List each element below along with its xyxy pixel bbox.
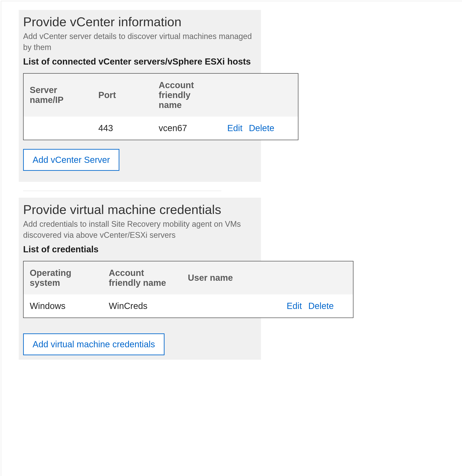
vm-credentials-section: Provide virtual machine credentials Add … xyxy=(19,198,261,360)
cell-account: WinCreds xyxy=(103,294,182,318)
vm-credentials-list-label: List of credentials xyxy=(23,244,256,254)
col-port: Port xyxy=(92,74,153,117)
table-row: 443 vcen67 Edit Delete xyxy=(24,117,298,140)
vm-credentials-section-title: Provide virtual machine credentials xyxy=(23,202,256,217)
col-account-friendly-name: Account friendly name xyxy=(103,261,182,294)
delete-link[interactable]: Delete xyxy=(249,123,274,133)
vcenter-section-title: Provide vCenter information xyxy=(23,14,256,29)
edit-link[interactable]: Edit xyxy=(227,123,242,133)
col-actions xyxy=(280,261,353,294)
cell-os: Windows xyxy=(24,294,103,318)
credentials-table: Operating system Account friendly name U… xyxy=(23,261,354,318)
cell-server-name xyxy=(24,117,92,140)
vcenter-table: Server name/IP Port Account friendly nam… xyxy=(23,73,298,140)
vcenter-section: Provide vCenter information Add vCenter … xyxy=(19,10,261,182)
col-user-name: User name xyxy=(182,261,280,294)
add-vm-credentials-button[interactable]: Add virtual machine credentials xyxy=(23,333,165,355)
cell-port: 443 xyxy=(92,117,153,140)
cell-account: vcen67 xyxy=(153,117,221,140)
edit-link[interactable]: Edit xyxy=(287,301,302,311)
cell-user xyxy=(182,294,280,318)
add-vcenter-server-button[interactable]: Add vCenter Server xyxy=(23,149,119,171)
table-header-row: Operating system Account friendly name U… xyxy=(24,261,353,294)
col-server-name: Server name/IP xyxy=(24,74,92,117)
config-dialog-frame: Provide vCenter information Add vCenter … xyxy=(1,1,462,476)
section-divider xyxy=(23,191,221,191)
delete-link[interactable]: Delete xyxy=(308,301,334,311)
vm-credentials-section-subtitle: Add credentials to install Site Recovery… xyxy=(23,219,256,241)
col-account-friendly-name: Account friendly name xyxy=(153,74,221,117)
col-actions xyxy=(221,74,298,117)
table-header-row: Server name/IP Port Account friendly nam… xyxy=(24,74,298,117)
col-os: Operating system xyxy=(24,261,103,294)
table-row: Windows WinCreds Edit Delete xyxy=(24,294,353,318)
vcenter-list-label: List of connected vCenter servers/vSpher… xyxy=(23,57,256,67)
vcenter-section-subtitle: Add vCenter server details to discover v… xyxy=(23,31,256,53)
